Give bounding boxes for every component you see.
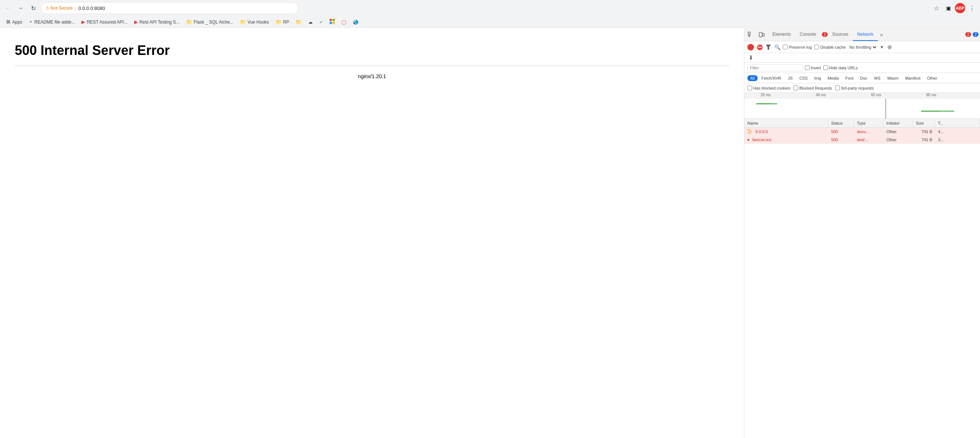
td-initiator-0: Other	[883, 127, 913, 135]
bookmark-vue[interactable]: 📁 Vue Hooks	[237, 18, 272, 26]
blocked-requests-option[interactable]: Blocked Requests	[794, 86, 832, 90]
bookmark-rp[interactable]: 📁 RP	[273, 18, 293, 26]
table-header: Name Status Type Initiator Size T...	[745, 119, 980, 127]
menu-button[interactable]: ⋮	[967, 3, 977, 13]
bookmark-vue-label: Vue Hooks	[247, 19, 269, 25]
tab-elements[interactable]: Elements	[768, 32, 795, 38]
tab-console[interactable]: Console	[795, 32, 820, 38]
type-tab-manifest[interactable]: Manifest	[902, 75, 924, 81]
type-tab-wasm[interactable]: Wasm	[884, 75, 902, 81]
folder-rp-icon: 📁	[276, 19, 282, 25]
hide-data-urls-checkbox[interactable]: Hide data URLs	[823, 65, 858, 70]
th-size: Size	[913, 119, 935, 127]
bookmarks-bar: ⌘ Apps ⚬ README file adde... ▶ REST Assu…	[0, 16, 980, 28]
type-tab-fetch-xhr[interactable]: Fetch/XHR	[759, 75, 784, 81]
bookmark-apps[interactable]: ⌘ Apps	[3, 18, 25, 26]
network-type-tabs: All Fetch/XHR JS CSS Img Media Font Doc …	[745, 73, 980, 83]
bookmark-star-button[interactable]: ☆	[931, 3, 942, 13]
forward-button[interactable]: →	[16, 3, 26, 13]
more-tabs-button[interactable]: »	[878, 32, 885, 38]
search-button[interactable]: 🔍	[774, 44, 781, 51]
elements-tab-container: Elements	[768, 32, 795, 38]
devtools-panel: Elements Console 2 Sources Network » 2 2…	[744, 28, 980, 438]
disable-cache-label: Disable cache	[820, 45, 846, 49]
svg-rect-3	[332, 22, 335, 24]
bookmark-v[interactable]: ✓	[317, 18, 326, 26]
invert-input[interactable]	[805, 65, 810, 70]
svg-rect-0	[329, 19, 332, 21]
row-name-1: favicon.ico	[752, 137, 771, 142]
type-tab-css[interactable]: CSS	[796, 75, 811, 81]
device-toggle-button[interactable]	[757, 30, 767, 40]
filter-input[interactable]	[747, 65, 803, 71]
inspect-element-button[interactable]	[746, 30, 756, 40]
network-table: Name Status Type Initiator Size T... 📜 0…	[745, 119, 980, 438]
bookmark-cloud[interactable]: ☁	[305, 18, 316, 26]
tab-network[interactable]: Network	[853, 28, 878, 41]
throttle-select[interactable]: No throttling	[848, 45, 878, 50]
bookmark-readme-label: README file adde...	[34, 19, 75, 25]
svg-rect-4	[748, 32, 750, 34]
type-tab-all[interactable]: All	[747, 75, 758, 81]
invert-checkbox[interactable]: Invert	[805, 65, 821, 70]
preserve-log-checkbox[interactable]: Preserve log	[783, 45, 812, 49]
type-tab-other[interactable]: Other	[924, 75, 940, 81]
table-row-1[interactable]: ■ favicon.ico 500 text/... Other 741 B 3…	[745, 136, 980, 144]
bookmark-flask[interactable]: 📁 Flask _ SQL Alche...	[183, 18, 236, 26]
filter-button[interactable]	[765, 44, 772, 51]
folder-vue-icon: 📁	[240, 19, 246, 25]
td-time-0: 4...	[935, 127, 980, 135]
message-count-badge: 2	[973, 32, 978, 37]
type-tab-js[interactable]: JS	[785, 75, 795, 81]
clear-button[interactable]: ⛔	[756, 44, 763, 51]
browser-chrome: ← → ↻ ⚠ Not Secure | 0.0.0.0:8080 ☆ ▣ AB…	[0, 0, 980, 28]
svg-marker-9	[766, 45, 771, 50]
third-party-requests-option[interactable]: 3rd-party requests	[835, 86, 874, 90]
bookmark-globe[interactable]: 🌏	[350, 18, 361, 26]
disable-cache-checkbox[interactable]: Disable cache	[814, 45, 846, 49]
has-blocked-cookies-option[interactable]: Has blocked cookies	[747, 86, 791, 90]
bookmark-ms[interactable]	[327, 18, 338, 26]
tab-sources[interactable]: Sources	[828, 28, 853, 41]
td-size-1: 741 B	[913, 136, 935, 143]
has-blocked-cookies-input[interactable]	[747, 86, 752, 90]
bookmark-extra[interactable]: 📁	[293, 18, 305, 26]
type-tab-font[interactable]: Font	[843, 75, 856, 81]
hide-data-urls-input[interactable]	[823, 65, 828, 70]
type-tab-ws[interactable]: WS	[871, 75, 883, 81]
download-button[interactable]: ⬇	[747, 54, 754, 61]
bookmark-readme[interactable]: ⚬ README file adde...	[26, 18, 78, 26]
youtube-icon: ▶	[81, 19, 85, 25]
back-button[interactable]: ←	[3, 3, 13, 13]
devtools-toolbar: Elements Console 2 Sources Network » 2 2	[745, 28, 980, 41]
error-title: 500 Internal Server Error	[15, 43, 729, 58]
bookmark-rest-assured[interactable]: ▶ REST Assured API...	[78, 18, 130, 26]
nav-actions: ☆ ▣ ABP ⋮	[931, 3, 977, 13]
nav-bar: ← → ↻ ⚠ Not Secure | 0.0.0.0:8080 ☆ ▣ AB…	[0, 0, 980, 16]
type-tab-img[interactable]: Img	[811, 75, 824, 81]
disable-cache-input[interactable]	[814, 45, 819, 49]
record-button[interactable]	[747, 44, 754, 51]
table-row-0[interactable]: 📜 0.0.0.0 500 docu... Other 741 B 4...	[745, 127, 980, 136]
apps-icon: ⌘	[6, 19, 11, 25]
not-secure-label: Not Secure	[51, 6, 73, 11]
timeline-mark-20: 20 ms	[759, 93, 815, 99]
address-bar[interactable]: ⚠ Not Secure | 0.0.0.0:8080	[41, 2, 299, 14]
network-settings-button[interactable]	[886, 44, 893, 51]
throttle-chevron[interactable]: ▼	[880, 45, 884, 50]
th-status: Status	[828, 119, 854, 127]
blocked-requests-input[interactable]	[794, 86, 798, 90]
third-party-requests-input[interactable]	[835, 86, 840, 90]
cast-button[interactable]: ▣	[943, 3, 953, 13]
type-tab-media[interactable]: Media	[825, 75, 842, 81]
th-time: T...	[935, 119, 980, 127]
type-tab-doc[interactable]: Doc	[857, 75, 870, 81]
abp-button[interactable]: ABP	[955, 3, 965, 13]
preserve-log-input[interactable]	[783, 45, 788, 49]
not-secure-indicator: ⚠ Not Secure	[45, 6, 73, 11]
bookmark-flask-label: Flask _ SQL Alche...	[194, 19, 233, 25]
bookmark-o[interactable]: ◯	[339, 18, 349, 26]
blocked-requests-label: Blocked Requests	[799, 86, 832, 90]
reload-button[interactable]: ↻	[28, 3, 38, 13]
bookmark-rest-api[interactable]: ▶ Rest API Testing S...	[131, 18, 183, 26]
